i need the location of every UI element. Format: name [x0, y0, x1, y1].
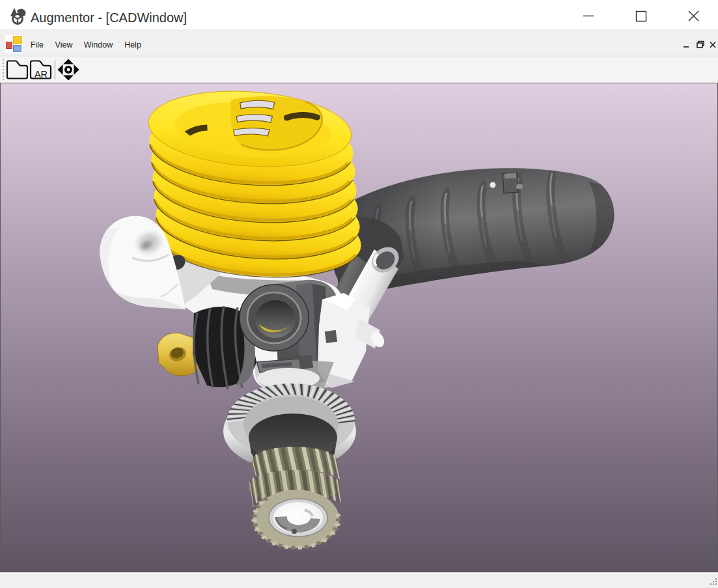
svg-text:Augmentor - [CADWindow]: Augmentor - [CADWindow]: [31, 10, 187, 25]
svg-text:Help: Help: [124, 40, 141, 49]
svg-text:Window: Window: [84, 40, 113, 49]
svg-text:View: View: [55, 40, 74, 49]
svg-text:File: File: [31, 40, 44, 49]
svg-text:AR: AR: [35, 69, 48, 79]
